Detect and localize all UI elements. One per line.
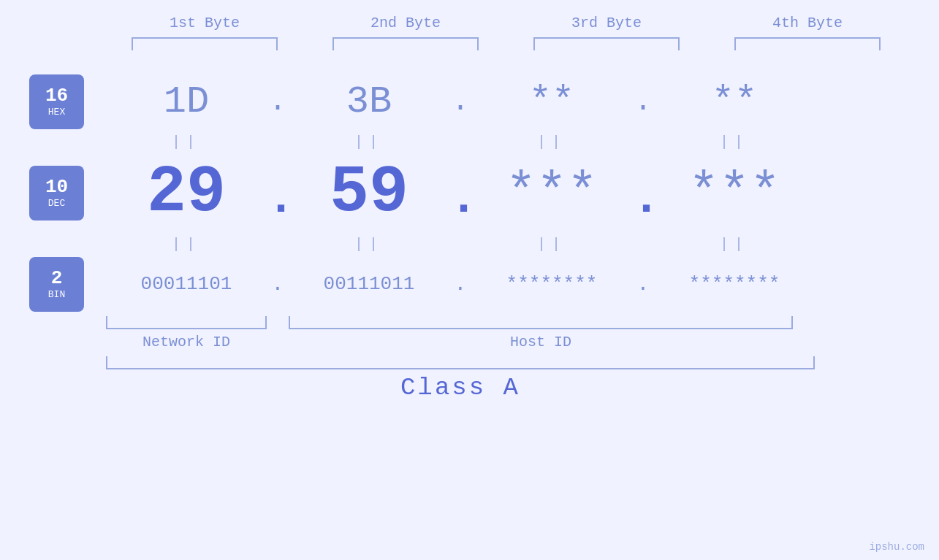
hex-badge: 16 HEX xyxy=(29,74,84,129)
bin-dot-2: . xyxy=(449,273,471,296)
equals-1-2: || xyxy=(289,134,449,150)
hex-val-1: 1D xyxy=(106,80,267,123)
byte-label-2: 2nd Byte xyxy=(325,15,486,31)
bin-val-3: ******** xyxy=(471,273,632,295)
bracket-3 xyxy=(533,37,680,50)
bin-dot-3: . xyxy=(632,273,654,296)
class-label: Class A xyxy=(400,374,520,402)
bracket-2 xyxy=(332,37,479,50)
class-bracket xyxy=(106,356,815,369)
dec-badge: 10 DEC xyxy=(29,166,84,220)
bin-badge-label: BIN xyxy=(48,289,65,300)
dec-badge-number: 10 xyxy=(45,177,68,198)
bin-val-4: ******** xyxy=(654,273,815,295)
equals-2-2: || xyxy=(289,236,449,253)
byte-label-4: 4th Byte xyxy=(727,15,888,31)
bracket-4 xyxy=(734,37,881,50)
dec-dot-3: . xyxy=(632,172,654,226)
equals-1-3: || xyxy=(471,134,632,150)
hex-dot-3: . xyxy=(632,85,654,118)
bracket-1 xyxy=(132,37,278,50)
dec-val-4: *** xyxy=(654,164,815,222)
hex-dot-1: . xyxy=(267,85,289,118)
byte-label-3: 3rd Byte xyxy=(526,15,687,31)
network-id-label: Network ID xyxy=(106,334,267,350)
dec-val-3: *** xyxy=(471,164,632,222)
bin-val-1: 00011101 xyxy=(106,273,267,295)
hex-badge-number: 16 xyxy=(45,85,68,107)
hex-val-3: ** xyxy=(471,80,632,123)
dec-dot-1: . xyxy=(267,172,289,226)
dec-val-1: 29 xyxy=(106,156,267,230)
hex-dot-2: . xyxy=(449,85,471,118)
hex-badge-label: HEX xyxy=(48,107,65,118)
equals-1-4: || xyxy=(654,134,815,150)
dec-badge-label: DEC xyxy=(48,198,65,209)
byte-labels-row: 1st Byte 2nd Byte 3rd Byte 4th Byte xyxy=(104,15,908,31)
hex-val-4: ** xyxy=(654,80,815,123)
main-container: 1st Byte 2nd Byte 3rd Byte 4th Byte 16 H… xyxy=(0,0,939,560)
bin-dot-1: . xyxy=(267,273,289,296)
equals-2-1: || xyxy=(106,236,267,253)
host-id-bracket xyxy=(289,316,793,329)
dec-val-2: 59 xyxy=(289,156,449,230)
hex-val-2: 3B xyxy=(289,80,449,123)
equals-2-4: || xyxy=(654,236,815,253)
host-id-label: Host ID xyxy=(289,334,793,350)
bin-badge: 2 BIN xyxy=(29,257,84,312)
byte-label-1: 1st Byte xyxy=(124,15,285,31)
watermark: ipshu.com xyxy=(869,541,924,553)
network-id-bracket xyxy=(106,316,267,329)
bin-badge-number: 2 xyxy=(51,268,63,289)
top-brackets xyxy=(104,37,908,50)
bin-val-2: 00111011 xyxy=(289,273,449,295)
equals-1-1: || xyxy=(106,134,267,150)
equals-2-3: || xyxy=(471,236,632,253)
dec-dot-2: . xyxy=(449,172,471,226)
